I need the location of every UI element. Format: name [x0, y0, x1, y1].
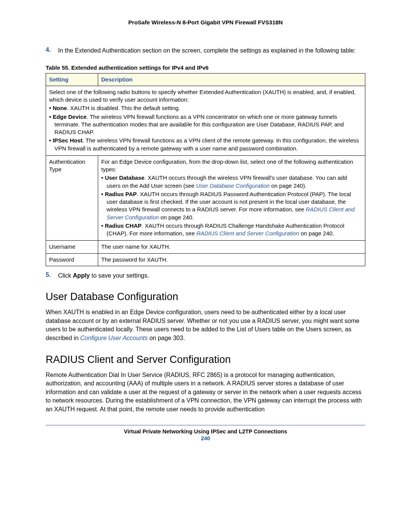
chap-bold: Radius CHAP — [105, 222, 142, 229]
step5-post: to save your settings. — [90, 272, 149, 279]
intro-edge-text: . The wireless VPN firewall functions as… — [54, 113, 344, 136]
intro-none-bold: None — [53, 105, 67, 111]
step5-pre: Click — [58, 272, 73, 279]
heading-radius: RADIUS Client and Server Configuration — [46, 354, 365, 366]
pap-t2: on page 240. — [159, 214, 194, 220]
intro-lead: Select one of the following radio button… — [49, 88, 362, 104]
col-setting: Setting — [46, 73, 98, 86]
authtype-bullet-udb: User Database. XAUTH occurs through the … — [101, 174, 362, 190]
intro-ipsec-text: . The wireless VPN firewall functions as… — [54, 137, 359, 151]
step-5: 5. Click Apply to save your settings. — [46, 272, 365, 280]
udb-bold: User Database — [105, 174, 144, 181]
udb-t2: on page 240). — [270, 182, 307, 189]
intro-bullet-ipsec: IPSec Host. The wireless VPN firewall fu… — [49, 137, 362, 152]
password-desc: The password for XAUTH. — [98, 253, 365, 266]
authtype-lead: For an Edge Device configuration, from t… — [101, 158, 362, 174]
table-row-intro: Select one of the following radio button… — [46, 86, 365, 155]
intro-edge-bold: Edge Device — [53, 113, 86, 120]
step-4: 4. In the Extended Authentication sectio… — [46, 46, 365, 55]
table-header-row: Setting Description — [46, 73, 365, 86]
para-user-database: When XAUTH is enabled in an Edge Device … — [46, 308, 365, 342]
step-4-marker: 4. — [46, 46, 56, 53]
authtype-bullet-pap: Radius PAP. XAUTH occurs through RADIUS … — [101, 190, 362, 221]
username-desc: The user name for XAUTH. — [98, 241, 365, 253]
table-row-username: Username The user name for XAUTH. — [46, 241, 365, 253]
intro-ipsec-bold: IPSec Host — [53, 137, 82, 144]
step-5-text: Click Apply to save your settings. — [58, 272, 360, 280]
intro-bullet-none: None. XAUTH is disabled. This the defaul… — [49, 104, 362, 112]
step-4-text: In the Extended Authentication section o… — [58, 46, 360, 55]
password-label: Password — [46, 253, 98, 266]
para-radius: Remote Authentication Dial In User Servi… — [46, 371, 365, 414]
chap-link[interactable]: RADIUS Client and Server Configuration — [196, 230, 299, 236]
footer-rule — [46, 425, 365, 425]
table-row-password: Password The password for XAUTH. — [46, 253, 365, 266]
table-caption: Table 55. Extended authentication settin… — [46, 64, 365, 71]
pap-bold: Radius PAP — [105, 191, 137, 197]
settings-table: Setting Description Select one of the fo… — [46, 73, 365, 266]
footer-title: Virtual Private Networking Using IPSec a… — [46, 428, 365, 435]
footer-page-number: 240 — [46, 435, 365, 441]
col-description: Description — [98, 73, 365, 86]
document-header: ProSafe Wireless-N 8-Port Gigabit VPN Fi… — [46, 19, 365, 26]
step-5-marker: 5. — [46, 272, 56, 278]
authtype-bullet-chap: Radius CHAP. XAUTH occurs through RADIUS… — [101, 222, 362, 238]
intro-bullet-edge: Edge Device. The wireless VPN firewall f… — [49, 113, 362, 136]
intro-none-text: . XAUTH is disabled. This the default se… — [67, 105, 180, 111]
udb-link[interactable]: User Database Configuration — [196, 182, 269, 189]
link-configure-user-accounts[interactable]: Configure User Accounts — [80, 335, 148, 341]
step5-bold: Apply — [73, 272, 90, 279]
heading-user-database: User Database Configuration — [46, 291, 365, 303]
authtype-label: Authentication Type — [46, 155, 98, 241]
table-row-authtype: Authentication Type For an Edge Device c… — [46, 155, 365, 241]
username-label: Username — [46, 241, 98, 253]
udbp-post: on page 303. — [148, 335, 185, 341]
chap-t2: on page 240. — [299, 230, 334, 236]
